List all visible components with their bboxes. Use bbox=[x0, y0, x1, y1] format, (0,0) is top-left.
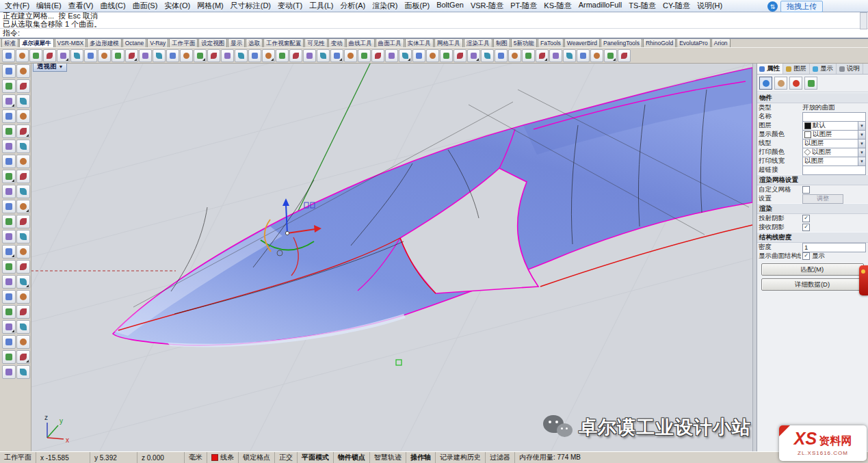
sidebar-tool-icon[interactable] bbox=[2, 365, 16, 379]
sidebar-tool-icon[interactable] bbox=[16, 365, 30, 379]
menu-item[interactable]: 说明(H) bbox=[694, 0, 726, 12]
command-prompt-input[interactable]: 指令: bbox=[0, 28, 868, 38]
sidebar-tool-icon[interactable] bbox=[2, 275, 16, 289]
adjust-button[interactable]: 调整 bbox=[802, 194, 843, 204]
toolbar-icon[interactable] bbox=[618, 49, 631, 62]
sidebar-tool-icon[interactable] bbox=[16, 185, 30, 198]
toolbar-icon[interactable] bbox=[317, 49, 330, 62]
toolbar-icon[interactable] bbox=[344, 49, 357, 62]
workspace-tab[interactable]: 变动 bbox=[328, 38, 345, 47]
upload-button[interactable]: 拖拽上传 bbox=[780, 1, 823, 12]
workspace-tab[interactable]: 设定视图 bbox=[198, 38, 227, 47]
workspace-tab[interactable]: 5新功能 bbox=[511, 38, 537, 47]
sidebar-tool-icon[interactable] bbox=[2, 320, 16, 334]
panel-splitter[interactable] bbox=[752, 62, 757, 452]
command-scrollbar[interactable] bbox=[860, 12, 867, 29]
toolbar-icon[interactable] bbox=[590, 49, 603, 62]
toolbar-icon[interactable] bbox=[467, 49, 480, 62]
sidebar-tool-icon[interactable] bbox=[2, 185, 16, 198]
toolbar-icon[interactable] bbox=[481, 49, 494, 62]
sidebar-tool-icon[interactable] bbox=[2, 260, 16, 274]
toolbar-icon[interactable] bbox=[303, 49, 316, 62]
menu-item[interactable]: PT-随意 bbox=[507, 0, 540, 12]
sidebar-tool-icon[interactable] bbox=[2, 170, 16, 183]
upload-overlay[interactable]: ⇅ 拖拽上传 bbox=[767, 1, 823, 12]
status-toggle[interactable]: 正交 bbox=[275, 452, 298, 463]
name-input[interactable] bbox=[802, 112, 866, 122]
menu-item[interactable]: 工具(L) bbox=[306, 0, 337, 12]
toolbar-icon[interactable] bbox=[221, 49, 234, 62]
menu-item[interactable]: CY-随意 bbox=[659, 0, 694, 12]
toolbar-icon[interactable] bbox=[248, 49, 261, 62]
sidebar-tool-icon[interactable] bbox=[2, 140, 16, 153]
toolbar-icon[interactable] bbox=[43, 49, 56, 62]
side-ribbon-widget[interactable] bbox=[859, 265, 868, 295]
perspective-viewport[interactable]: z y x 透视图 ▼ 卓尔谟工业设计小站 bbox=[31, 62, 752, 452]
sidebar-tool-icon[interactable] bbox=[16, 94, 30, 108]
match-button[interactable]: 匹配(M) bbox=[761, 263, 864, 276]
sidebar-tool-icon[interactable] bbox=[16, 215, 30, 228]
print-color-dropdown[interactable]: 以图层 ▼ bbox=[802, 148, 866, 157]
toolbar-icon[interactable] bbox=[166, 49, 179, 62]
sidebar-tool-icon[interactable] bbox=[2, 290, 16, 304]
display-color-dropdown[interactable]: 以图层 ▼ bbox=[802, 130, 866, 140]
status-toggle[interactable]: 平面模式 bbox=[298, 452, 334, 463]
toolbar-icon[interactable] bbox=[453, 49, 466, 62]
toolbar-icon[interactable] bbox=[235, 49, 248, 62]
menu-item[interactable]: 文件(F) bbox=[1, 0, 33, 12]
toolbar-icon[interactable] bbox=[399, 49, 412, 62]
toolbar-icon[interactable] bbox=[207, 49, 220, 62]
workspace-tab[interactable]: 选取 bbox=[246, 38, 263, 47]
menu-item[interactable]: TS-随意 bbox=[625, 0, 659, 12]
panel-tab[interactable]: 图层 bbox=[783, 64, 810, 74]
density-input[interactable]: 1 bbox=[802, 243, 866, 252]
sidebar-tool-icon[interactable] bbox=[2, 335, 16, 349]
toolbar-icon[interactable] bbox=[563, 49, 576, 62]
workspace-tab[interactable]: 制图 bbox=[493, 38, 510, 47]
sidebar-tool-icon[interactable] bbox=[16, 109, 30, 123]
toolbar-icon[interactable] bbox=[262, 49, 275, 62]
toolbar-icon[interactable] bbox=[604, 49, 617, 62]
menu-item[interactable]: 面板(P) bbox=[401, 0, 433, 12]
details-button[interactable]: 详细数据(D) bbox=[761, 278, 864, 291]
workspace-tab[interactable]: 工作平面 bbox=[169, 38, 198, 47]
toolbar-icon[interactable] bbox=[536, 49, 549, 62]
workspace-tab[interactable]: 工作视窗配置 bbox=[263, 38, 304, 47]
cast-shadow-checkbox[interactable]: ✓ bbox=[802, 215, 810, 222]
workspace-tab[interactable]: 曲面工具 bbox=[376, 38, 404, 47]
workspace-tab[interactable]: 多边形建模 bbox=[87, 38, 122, 47]
viewport-title-tab[interactable]: 透视图 ▼ bbox=[33, 62, 67, 72]
sidebar-tool-icon[interactable] bbox=[16, 290, 30, 304]
menu-item[interactable]: 查看(V) bbox=[65, 0, 97, 12]
toolbar-icon[interactable] bbox=[440, 49, 453, 62]
menu-item[interactable]: 曲线(C) bbox=[96, 0, 129, 12]
toolbar-icon[interactable] bbox=[111, 49, 124, 62]
menu-item[interactable]: 变动(T) bbox=[274, 0, 306, 12]
custom-mesh-checkbox[interactable] bbox=[802, 186, 810, 194]
workspace-tab[interactable]: 实体工具 bbox=[405, 38, 434, 47]
status-toggle[interactable]: 智慧轨迹 bbox=[370, 452, 406, 463]
toolbar-icon[interactable] bbox=[153, 49, 166, 62]
toolbar-icon[interactable] bbox=[426, 49, 439, 62]
toolbar-icon[interactable] bbox=[57, 49, 70, 62]
menu-item[interactable]: 曲面(S) bbox=[129, 0, 161, 12]
toolbar-icon[interactable] bbox=[522, 49, 535, 62]
surface-model[interactable] bbox=[113, 68, 752, 347]
menu-item[interactable]: KS-随意 bbox=[540, 0, 575, 12]
toolbar-icon[interactable] bbox=[180, 49, 193, 62]
toolbar-icon[interactable] bbox=[358, 49, 371, 62]
toolbar-icon[interactable] bbox=[577, 49, 590, 62]
workspace-tab[interactable]: Octane bbox=[122, 38, 146, 47]
cplane-selector[interactable]: 工作平面 bbox=[0, 452, 36, 463]
menu-item[interactable]: 实体(O) bbox=[161, 0, 194, 12]
sidebar-tool-icon[interactable] bbox=[16, 245, 30, 259]
menu-item[interactable]: 网格(M) bbox=[194, 0, 227, 12]
toolbar-icon[interactable] bbox=[371, 49, 384, 62]
menu-item[interactable]: VSR-随意 bbox=[467, 0, 507, 12]
workspace-tab[interactable]: 卓尔谟犀牛 bbox=[19, 38, 54, 47]
sidebar-tool-icon[interactable] bbox=[16, 79, 30, 93]
workspace-tab[interactable]: PanelingTools bbox=[601, 38, 642, 47]
sidebar-tool-icon[interactable] bbox=[16, 230, 30, 243]
workspace-tab[interactable]: 网格工具 bbox=[434, 38, 463, 47]
panel-tab[interactable]: 说明 bbox=[837, 64, 863, 74]
